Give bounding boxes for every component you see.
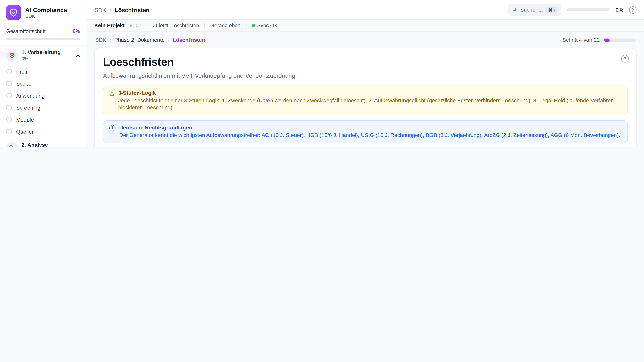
step-progress: Schritt 4 von 22 xyxy=(562,37,636,43)
sidebar-item-module[interactable]: Module xyxy=(0,114,86,126)
alert-body: Jede Loeschfrist folgt einer 3-Stufen-Lo… xyxy=(118,97,622,111)
magnifier-icon xyxy=(6,142,18,147)
chevron-down-icon xyxy=(76,145,80,147)
radio-icon xyxy=(6,105,12,111)
radio-icon xyxy=(6,129,12,135)
sidebar-nav: 1. Vorbereitung 0% Profil Scope Anwendun… xyxy=(0,45,86,147)
overall-progress-label: Gesamtfortschritt xyxy=(6,28,46,34)
last-step-status: Zuletzt: Löschfristen xyxy=(153,23,199,28)
alert-warning: ⚠ 3-Stufen-Logik Jede Loeschfrist folgt … xyxy=(103,86,628,115)
sidebar-item-scope[interactable]: Scope xyxy=(0,78,86,90)
section-percent: 0% xyxy=(22,56,73,62)
alert-body: Der Generator kennt die wichtigsten Aufb… xyxy=(119,132,620,139)
alert-info-legal: i Deutsche Rechtsgrundlagen Der Generato… xyxy=(103,120,628,143)
divider: | xyxy=(146,23,148,28)
alert-title: Deutsche Rechtsgrundlagen xyxy=(119,124,620,131)
sidebar-item-anwendung[interactable]: Anwendung xyxy=(0,90,86,102)
info-icon: i xyxy=(109,125,116,131)
overall-progress: Gesamtfortschritt 0% xyxy=(0,25,86,45)
overall-progress-value: 0% xyxy=(73,28,80,34)
search-icon xyxy=(512,6,517,13)
radio-icon xyxy=(6,117,12,122)
sidebar-item-label: Profil xyxy=(16,68,28,75)
alert-list: ⚠ 3-Stufen-Logik Jede Loeschfrist folgt … xyxy=(103,86,628,147)
breadcrumb-root[interactable]: SDK xyxy=(94,6,106,13)
sidebar-item-quellen[interactable]: Quellen xyxy=(0,125,86,138)
radio-icon xyxy=(6,81,12,87)
sidebar-item-label: Module xyxy=(16,116,34,123)
sidebar-item-label: Scope xyxy=(16,80,31,87)
sidebar-item-label: Quellen xyxy=(16,129,35,135)
status-bar: Kein Projekt V001 | Zuletzt: Löschfriste… xyxy=(87,20,644,31)
target-icon xyxy=(6,50,18,62)
sidebar-section-vorbereitung[interactable]: 1. Vorbereitung 0% xyxy=(0,45,86,65)
version-badge: V001 xyxy=(130,23,142,28)
section-title: 1. Vorbereitung xyxy=(22,49,73,56)
chevron-up-icon xyxy=(76,54,80,58)
divider: | xyxy=(204,23,206,28)
warning-icon: ⚠ xyxy=(109,90,114,111)
main-column: SDK › Löschfristen Suchen... ⌘K 0% ? Kei… xyxy=(87,0,644,147)
content-area: SDK / Phase 2: Dokumente / Löschfristen … xyxy=(87,31,644,147)
breadcrumb: SDK › Löschfristen xyxy=(94,6,150,13)
header-progress-value: 0% xyxy=(616,6,623,13)
page-breadcrumb-row: SDK / Phase 2: Dokumente / Löschfristen … xyxy=(94,31,636,48)
breadcrumb-sdk[interactable]: SDK xyxy=(95,37,106,43)
page-title: Loeschfristen xyxy=(103,56,628,69)
app-title: AI Compliance xyxy=(25,6,67,14)
sidebar-item-label: Screening xyxy=(16,104,40,111)
breadcrumb-current-page: Löschfristen xyxy=(173,37,205,43)
shield-logo-icon xyxy=(6,5,21,20)
sidebar: AI Compliance SDK Gesamtfortschritt 0% 1… xyxy=(0,0,87,147)
time-status: Gerade eben xyxy=(210,23,240,28)
sidebar-item-label: Anwendung xyxy=(16,92,44,99)
sidebar-item-profil[interactable]: Profil xyxy=(0,65,86,78)
page-breadcrumb: SDK / Phase 2: Dokumente / Löschfristen xyxy=(95,37,205,43)
radio-icon xyxy=(6,69,12,75)
step-progress-track xyxy=(604,38,636,41)
alert-title: 3-Stufen-Logik xyxy=(118,90,622,96)
global-search-input[interactable]: Suchen... ⌘K xyxy=(508,3,561,16)
sync-ok-dot-icon xyxy=(252,24,255,27)
header-progress-track xyxy=(567,8,610,11)
sidebar-section-analyse[interactable]: 2. Analyse 0% xyxy=(0,138,86,147)
breadcrumb-separator: / xyxy=(110,37,111,43)
step-label: Schritt 4 von 22 xyxy=(562,37,600,43)
page-subtitle: Aufbewahrungsrichtlinien mit VVT-Verknue… xyxy=(103,72,628,79)
divider: | xyxy=(246,23,247,28)
breadcrumb-current: Löschfristen xyxy=(115,6,150,13)
app-window: AI Compliance SDK Gesamtfortschritt 0% 1… xyxy=(0,0,644,147)
app-subtitle: SDK xyxy=(25,14,67,19)
overall-progress-track xyxy=(6,38,80,40)
help-icon[interactable]: ? xyxy=(629,6,636,13)
top-bar: SDK › Löschfristen Suchen... ⌘K 0% ? xyxy=(87,0,644,20)
search-placeholder: Suchen... xyxy=(520,6,543,13)
chevron-right-icon: › xyxy=(110,6,111,13)
step-progress-fill xyxy=(604,38,610,41)
breadcrumb-separator: / xyxy=(168,37,170,43)
page-header-card: Loeschfristen Aufbewahrungsrichtlinien m… xyxy=(94,48,636,147)
sidebar-item-screening[interactable]: Screening xyxy=(0,102,86,114)
sync-status: Sync OK xyxy=(252,23,278,28)
app-brand: AI Compliance SDK xyxy=(0,0,86,25)
project-status: Kein Projekt xyxy=(94,23,124,28)
section-title: 2. Analyse xyxy=(22,142,73,147)
keyboard-shortcut-badge: ⌘K xyxy=(546,6,558,13)
breadcrumb-phase[interactable]: Phase 2: Dokumente xyxy=(114,37,165,43)
radio-icon xyxy=(6,93,12,98)
page-help-icon[interactable]: ? xyxy=(621,55,628,62)
